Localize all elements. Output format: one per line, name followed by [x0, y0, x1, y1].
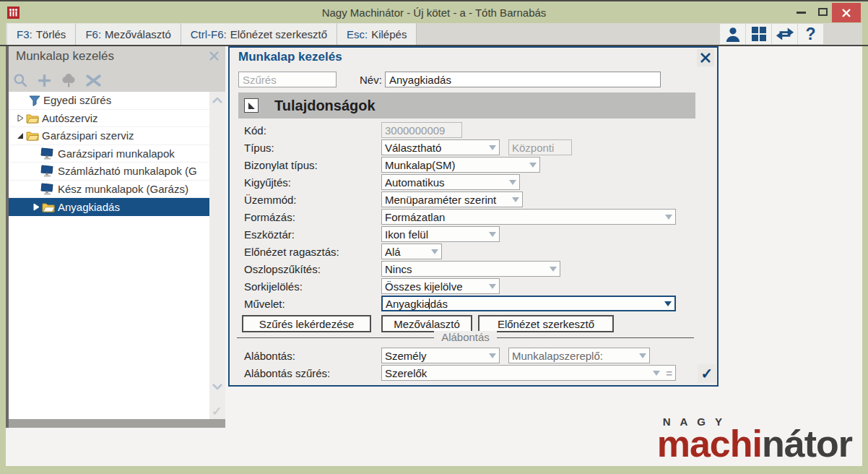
- chevron-down-icon: [509, 180, 516, 185]
- kigyujtes-dropdown[interactable]: Automatikus: [381, 174, 520, 190]
- transfer-button[interactable]: [772, 24, 797, 44]
- folder-icon: [42, 202, 55, 212]
- kozponti-input: Központi: [508, 139, 572, 155]
- sorkijeloles-dropdown[interactable]: Összes kijelölve: [381, 278, 500, 294]
- sidebar-close-icon[interactable]: [209, 51, 220, 64]
- tree-item-label: Garázsipari szerviz: [42, 129, 134, 142]
- chevron-down-icon: [431, 249, 438, 254]
- bizonylat-label: Bizonylat típus:: [244, 159, 381, 171]
- tipus-dropdown[interactable]: Választható: [381, 139, 500, 155]
- formazas-label: Formázás:: [244, 211, 381, 223]
- eszkoztar-value: Ikon felül: [385, 228, 428, 241]
- oszlop-label: Oszlopszűkítés:: [244, 263, 381, 275]
- logo-main-text: machinátor: [657, 426, 852, 462]
- logo-rest-text: nátor: [762, 423, 852, 465]
- tree-item-garazsipari-szerviz[interactable]: Garázsipari szerviz: [9, 127, 209, 145]
- chevron-down-icon: [639, 353, 646, 358]
- monitor-icon: [40, 147, 55, 160]
- scroll-up-icon[interactable]: [210, 95, 225, 106]
- expander-collapsed-icon[interactable]: [17, 114, 24, 122]
- sorkijeloles-label: Sorkijelölés:: [244, 280, 381, 293]
- f6-key-label: F6:: [85, 28, 101, 40]
- disabled-tools-icon[interactable]: [85, 73, 102, 88]
- tree-icon[interactable]: [61, 73, 77, 88]
- bizonylat-dropdown[interactable]: Munkalap(SM): [381, 157, 540, 173]
- tree-item-label: Autószerviz: [42, 112, 98, 124]
- app-window: Nagy Machinátor - Új kötet - a - Tóth Ba…: [0, 0, 868, 474]
- expander-expanded-icon[interactable]: [17, 132, 24, 139]
- tree-scrollbar[interactable]: ✓: [209, 92, 225, 419]
- f3-delete-button[interactable]: F3: Törlés: [7, 23, 76, 45]
- help-button[interactable]: ?: [798, 24, 823, 44]
- muvelet-combobox-focused[interactable]: Anyagkiadás: [381, 296, 676, 311]
- tree-item-garazsipari-munkalapok[interactable]: Garázsipari munkalapok: [9, 145, 209, 163]
- kigyujtes-value: Automatikus: [385, 176, 445, 189]
- f3-label: Törlés: [36, 28, 66, 40]
- monitor-icon: [40, 183, 55, 195]
- scroll-down-icon[interactable]: [210, 381, 225, 392]
- sidebar-bottom-bar[interactable]: [9, 419, 225, 428]
- close-icon[interactable]: [832, 3, 861, 22]
- preview-editor-button[interactable]: Előnézet szerkesztő: [478, 315, 614, 332]
- munkalapszereplo-dropdown[interactable]: Munkalapszereplő:: [508, 348, 650, 363]
- toolbar: F3: Törlés F6: Mezőválasztó Ctrl-F6: Elő…: [6, 23, 862, 45]
- sidebar-toolbar: [13, 69, 102, 91]
- alabontas-szures-value: Szerelők: [385, 367, 427, 379]
- ctrlf6-preview-editor-button[interactable]: Ctrl-F6: Előnézet szerkesztő: [181, 23, 337, 45]
- elonezet-dropdown[interactable]: Alá: [381, 244, 442, 259]
- uzemmod-dropdown[interactable]: Menüparaméter szerint: [381, 191, 523, 207]
- f6-label: Mezőválasztó: [105, 28, 171, 40]
- toolbar-icon-group: ?: [719, 24, 823, 44]
- field-row-tipus: Típus: Választható Központi: [244, 139, 716, 155]
- panel-close-icon[interactable]: [697, 49, 714, 66]
- text-caret: [429, 298, 430, 309]
- add-icon[interactable]: [37, 73, 52, 88]
- tree-item-egyedi-szures[interactable]: Egyedi szűrés: [9, 92, 209, 110]
- modules-button[interactable]: [746, 24, 771, 44]
- esc-label: Kilépés: [371, 28, 407, 40]
- field-chooser-button[interactable]: Mezőválasztó: [381, 315, 472, 332]
- confirm-button[interactable]: ✓: [698, 364, 716, 383]
- tree-item-szamlazhato-munkalapok[interactable]: Számlázható munkalapok (G: [9, 163, 209, 181]
- kod-label: Kód:: [244, 124, 381, 137]
- field-row-kigyujtes: Kigyűjtés: Automatikus: [244, 174, 716, 190]
- formazas-value: Formázatlan: [385, 211, 445, 223]
- tree-item-autoszerviz[interactable]: Autószerviz: [9, 110, 209, 128]
- maximize-icon[interactable]: [818, 8, 828, 16]
- properties-section-header[interactable]: Tulajdonságok: [238, 92, 695, 118]
- tree-item-anyagkiadas-selected[interactable]: Anyagkiadás: [9, 198, 209, 216]
- tree-item-kesz-munkalapok[interactable]: Kész munkalapok (Garázs): [9, 181, 209, 199]
- alabontas-szures-dropdown[interactable]: Szerelők=: [381, 365, 676, 381]
- alabontas-label: Alábontás:: [244, 350, 381, 362]
- sidebar: Munkalap kezelés Egyedi szűrés: [6, 46, 225, 428]
- tree-item-label: Garázsipari munkalapok: [58, 147, 175, 160]
- field-row-elonezet: Előnézet ragasztás: Alá: [244, 244, 716, 259]
- eszkoztar-dropdown[interactable]: Ikon felül: [381, 226, 500, 242]
- formazas-dropdown[interactable]: Formázatlan: [381, 209, 676, 225]
- field-row-formazas: Formázás: Formázatlan: [244, 209, 716, 225]
- filter-input[interactable]: Szűrés: [238, 72, 337, 87]
- tipus-value: Választható: [385, 142, 441, 154]
- search-icon[interactable]: [13, 73, 28, 88]
- chevron-down-icon: [550, 267, 557, 272]
- field-row-alabontas-szures: Alábontás szűrés: Szerelők=: [244, 365, 716, 381]
- oszlop-dropdown[interactable]: Nincs: [381, 261, 560, 277]
- minimize-icon[interactable]: [797, 12, 806, 14]
- monitor-icon: [40, 165, 55, 177]
- sidebar-confirm-icon[interactable]: ✓: [212, 404, 222, 419]
- subdivision-form: Alábontás: Személy Munkalapszereplő: Alá…: [244, 348, 716, 382]
- alabontas-dropdown[interactable]: Személy: [381, 348, 500, 363]
- worksheet-tree: Egyedi szűrés Autószerviz Garázsipari sz…: [9, 92, 209, 419]
- esc-exit-button[interactable]: Esc: Kilépés: [337, 23, 417, 45]
- f6-fieldchooser-button[interactable]: F6: Mezőválasztó: [76, 23, 181, 45]
- collapse-toggle-icon[interactable]: [244, 98, 259, 113]
- equals-icon: =: [666, 367, 672, 379]
- uzemmod-value: Menüparaméter szerint: [385, 194, 496, 206]
- field-row-sorkijeloles: Sorkijelölés: Összes kijelölve: [244, 278, 716, 294]
- name-input[interactable]: Anyagkiadás: [385, 72, 661, 87]
- munkalapszereplo-value: Munkalapszereplő:: [512, 350, 603, 362]
- expander-collapsed-icon[interactable]: [33, 203, 40, 211]
- field-row-muvelet: Művelet: Anyagkiadás: [244, 296, 716, 311]
- filter-query-button[interactable]: Szűrés lekérdezése: [242, 315, 371, 332]
- user-button[interactable]: [720, 24, 745, 44]
